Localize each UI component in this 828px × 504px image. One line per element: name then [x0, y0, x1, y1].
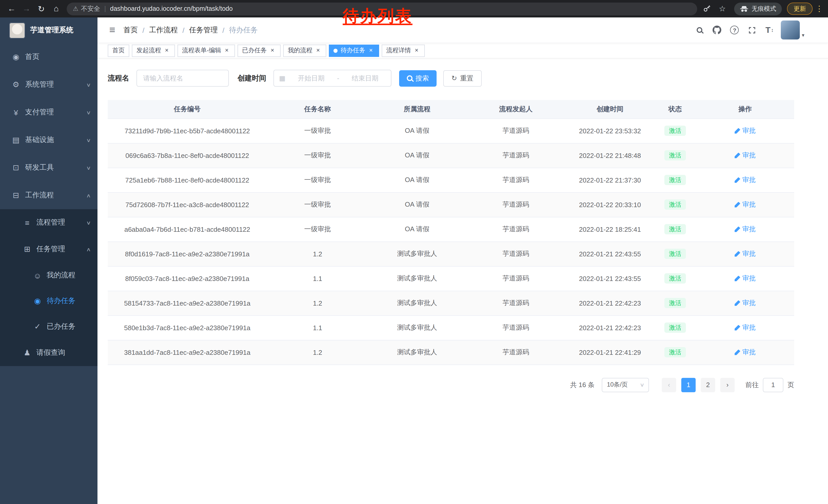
- action-cell: 审批: [696, 291, 794, 315]
- page-button-2[interactable]: 2: [701, 378, 715, 392]
- prev-page-button[interactable]: ‹: [662, 378, 676, 392]
- approve-link[interactable]: 审批: [735, 323, 756, 332]
- back-icon[interactable]: ←: [4, 2, 19, 16]
- approve-link[interactable]: 审批: [735, 175, 756, 185]
- sidebar-item-todo-tasks[interactable]: ◉ 待办任务: [0, 288, 97, 314]
- action-cell: 审批: [696, 217, 794, 241]
- bookmark-star-icon[interactable]: ☆: [716, 2, 729, 15]
- goto-label: 前往: [745, 380, 759, 390]
- sidebar-item-task-mgmt[interactable]: ⊞ 任务管理 ∧: [0, 236, 97, 263]
- pencil-icon: [735, 251, 740, 257]
- search-icon[interactable]: [694, 22, 706, 38]
- start-date-input[interactable]: 开始日期: [291, 74, 332, 83]
- search-button[interactable]: 搜索: [399, 70, 437, 86]
- tab-my-process[interactable]: 我的流程 ×: [283, 44, 326, 57]
- next-page-button[interactable]: ›: [720, 378, 735, 392]
- process-name-input[interactable]: [136, 70, 229, 87]
- app-logo-row[interactable]: 芋道管理系统: [0, 17, 97, 43]
- user-menu[interactable]: ▾: [781, 20, 804, 40]
- forward-icon[interactable]: →: [19, 2, 34, 16]
- status-cell: 激活: [654, 192, 696, 217]
- chevron-down-icon: ∨: [86, 220, 91, 225]
- workflow-submenu: ≡ 流程管理 ∨ ⊞ 任务管理 ∧ ☺ 我的流程 ◉: [0, 209, 97, 366]
- initiator-cell: 芋道源码: [466, 315, 566, 340]
- font-size-icon[interactable]: T↕: [763, 22, 776, 38]
- close-icon[interactable]: ×: [413, 47, 420, 54]
- status-cell: 激活: [654, 119, 696, 143]
- status-badge: 激活: [664, 347, 686, 357]
- breadcrumb-item[interactable]: 工作流程: [149, 26, 178, 35]
- breadcrumb-item[interactable]: 任务管理: [189, 26, 218, 35]
- refresh-icon[interactable]: ↻: [34, 2, 49, 16]
- dashboard-icon: ◉: [10, 52, 22, 61]
- update-button[interactable]: 更新: [787, 3, 813, 15]
- browser-window: ← → ↻ ⌂ ⚠ 不安全 | dashboard.yudao.iocoder.…: [0, 0, 828, 504]
- github-icon[interactable]: [711, 22, 723, 38]
- list-icon: ≡: [22, 218, 33, 227]
- browser-menu-icon[interactable]: ⋮: [815, 4, 824, 13]
- help-icon[interactable]: ?: [729, 22, 741, 38]
- created-cell: 2022-01-21 22:41:29: [566, 340, 654, 365]
- security-label[interactable]: 不安全: [81, 4, 100, 13]
- tab-start-process[interactable]: 发起流程 ×: [132, 44, 175, 57]
- date-range-picker[interactable]: ▦ 开始日期 - 结束日期: [274, 70, 391, 87]
- sidebar-item-system-mgmt[interactable]: ⚙ 系统管理 ∨: [0, 71, 97, 98]
- sidebar-item-done-tasks[interactable]: ✓ 已办任务: [0, 314, 97, 339]
- tab-process-detail[interactable]: 流程详情 ×: [382, 44, 425, 57]
- tab-home[interactable]: 首页: [108, 44, 129, 57]
- sidebar-item-process-mgmt[interactable]: ≡ 流程管理 ∨: [0, 209, 97, 236]
- reset-button[interactable]: ↻ 重置: [443, 70, 482, 86]
- pencil-icon: [735, 202, 740, 208]
- action-cell: 审批: [696, 168, 794, 192]
- approve-link[interactable]: 审批: [735, 299, 756, 308]
- initiator-cell: 芋道源码: [466, 143, 566, 168]
- end-date-input[interactable]: 结束日期: [344, 74, 386, 83]
- sidebar-item-my-process[interactable]: ☺ 我的流程: [0, 263, 97, 288]
- sidebar-item-workflow[interactable]: ⊟ 工作流程 ∧: [0, 182, 97, 209]
- home-icon[interactable]: ⌂: [49, 2, 64, 16]
- page-button-1[interactable]: 1: [681, 378, 696, 392]
- initiator-cell: 芋道源码: [466, 266, 566, 291]
- close-icon[interactable]: ×: [367, 47, 374, 54]
- tab-todo-tasks[interactable]: 待办任务 ×: [329, 44, 379, 57]
- status-cell: 激活: [654, 168, 696, 192]
- breadcrumb-item[interactable]: 首页: [123, 26, 138, 35]
- sidebar-item-home[interactable]: ◉ 首页: [0, 43, 97, 71]
- todo-task-page: 流程名 创建时间 ▦ 开始日期 - 结束日期 搜索 ↻: [97, 58, 828, 402]
- goto-page-input[interactable]: [763, 378, 783, 392]
- sidebar-item-dev-tools[interactable]: ⊡ 研发工具 ∨: [0, 154, 97, 182]
- address-bar[interactable]: ⚠ 不安全 | dashboard.yudao.iocoder.cn/bpm/t…: [67, 2, 697, 15]
- close-icon[interactable]: ×: [223, 47, 230, 54]
- sidebar-item-infrastructure[interactable]: ▤ 基础设施 ∨: [0, 126, 97, 154]
- sidebar-item-payment-mgmt[interactable]: ¥ 支付管理 ∨: [0, 98, 97, 126]
- approve-link[interactable]: 审批: [735, 274, 756, 283]
- pencil-icon: [735, 350, 740, 355]
- chevron-down-icon: ∨: [86, 82, 91, 87]
- sidebar-toggle-icon[interactable]: ≡: [105, 24, 119, 36]
- task-name-cell: 一级审批: [267, 119, 368, 143]
- gear-icon: ⚙: [10, 80, 22, 89]
- avatar[interactable]: [781, 20, 800, 40]
- caret-down-icon: ▾: [802, 32, 804, 40]
- approve-link[interactable]: 审批: [735, 151, 756, 160]
- tab-done-tasks[interactable]: 已办任务 ×: [238, 44, 281, 57]
- table-row: a6aba0a4-7b6d-11ec-b781-acde48001122 一级审…: [108, 217, 794, 241]
- key-icon[interactable]: [700, 2, 714, 15]
- url-text[interactable]: dashboard.yudao.iocoder.cn/bpm/task/todo: [110, 5, 233, 12]
- task-id-cell: 8f0d1619-7ac8-11ec-a9e2-a2380e71991a: [108, 241, 267, 266]
- tab-process-form-edit[interactable]: 流程表单-编辑 ×: [177, 44, 235, 57]
- page-size-select[interactable]: 10条/页 ∨: [602, 378, 649, 392]
- approve-link[interactable]: 审批: [735, 225, 756, 234]
- close-icon[interactable]: ×: [315, 47, 322, 54]
- close-icon[interactable]: ×: [163, 47, 170, 54]
- approve-link[interactable]: 审批: [735, 348, 756, 357]
- approve-link[interactable]: 审批: [735, 126, 756, 135]
- approve-link[interactable]: 审批: [735, 200, 756, 209]
- sidebar-item-leave-query[interactable]: ♟ 请假查询: [0, 339, 97, 366]
- close-icon[interactable]: ×: [269, 47, 276, 54]
- app-title: 芋道管理系统: [30, 26, 73, 35]
- fullscreen-icon[interactable]: [746, 22, 758, 38]
- column-header: 操作: [696, 100, 794, 119]
- pencil-icon: [735, 226, 740, 232]
- approve-link[interactable]: 审批: [735, 249, 756, 259]
